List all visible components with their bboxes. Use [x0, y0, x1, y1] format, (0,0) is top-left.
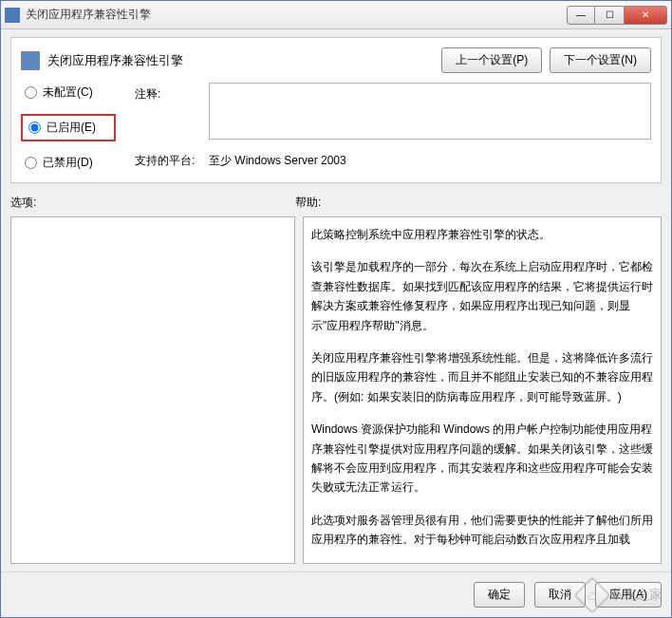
radio-not-configured-label: 未配置(C)	[43, 84, 93, 101]
help-p3: 关闭应用程序兼容性引擎将增强系统性能。但是，这将降低许多流行的旧版应用程序的兼容…	[311, 348, 653, 406]
platform-value: 至少 Windows Server 2003	[209, 149, 651, 169]
options-label: 选项:	[10, 195, 295, 211]
prev-setting-button[interactable]: 上一个设置(P)	[441, 47, 542, 73]
options-panel	[10, 216, 295, 564]
titlebar: 关闭应用程序兼容性引擎 — ☐ ✕	[1, 1, 671, 29]
dialog-window: 关闭应用程序兼容性引擎 — ☐ ✕ 关闭应用程序兼容性引擎 上一个设置(P) 下…	[0, 0, 672, 618]
window-title: 关闭应用程序兼容性引擎	[26, 7, 567, 23]
header-section: 关闭应用程序兼容性引擎 上一个设置(P) 下一个设置(N) 未配置(C) 已启用…	[10, 37, 662, 183]
help-label: 帮助:	[295, 195, 321, 211]
minimize-button[interactable]: —	[567, 6, 595, 25]
apply-button[interactable]: 应用(A)	[595, 582, 662, 608]
comment-label: 注释:	[135, 83, 201, 103]
radio-enabled-input[interactable]	[28, 122, 41, 134]
cancel-button[interactable]: 取消	[534, 582, 586, 608]
radio-disabled[interactable]: 已禁用(D)	[21, 153, 116, 173]
policy-title: 关闭应用程序兼容性引擎	[47, 52, 441, 69]
radio-not-configured[interactable]: 未配置(C)	[21, 83, 116, 103]
radio-disabled-label: 已禁用(D)	[43, 155, 93, 171]
comment-input[interactable]	[209, 83, 651, 140]
help-p5: 此选项对服务器管理员很有用，他们需要更快的性能并了解他们所用应用程序的兼容性。对…	[311, 511, 653, 550]
window-controls: — ☐ ✕	[567, 6, 667, 25]
footer: 确定 取消 应用(A)	[1, 571, 671, 617]
next-setting-button[interactable]: 下一个设置(N)	[550, 47, 651, 73]
radio-enabled-label: 已启用(E)	[47, 120, 96, 136]
content-area: 关闭应用程序兼容性引擎 上一个设置(P) 下一个设置(N) 未配置(C) 已启用…	[1, 29, 671, 571]
window-icon	[5, 8, 20, 23]
radio-not-configured-input[interactable]	[25, 86, 37, 99]
close-button[interactable]: ✕	[624, 6, 667, 25]
help-p1: 此策略控制系统中应用程序兼容性引擎的状态。	[311, 225, 653, 244]
platform-label: 支持的平台:	[135, 149, 201, 169]
help-p2: 该引擎是加载程序的一部分，每次在系统上启动应用程序时，它都检查兼容性数据库。如果…	[311, 257, 653, 335]
radio-enabled[interactable]: 已启用(E)	[21, 114, 116, 141]
state-radio-group: 未配置(C) 已启用(E) 已禁用(D)	[21, 83, 116, 173]
radio-disabled-input[interactable]	[25, 157, 37, 169]
help-p4: Windows 资源保护功能和 Windows 的用户帐户控制功能使用应用程序兼…	[311, 420, 653, 497]
policy-icon	[21, 51, 40, 70]
maximize-button[interactable]: ☐	[595, 6, 624, 25]
help-panel: 此策略控制系统中应用程序兼容性引擎的状态。 该引擎是加载程序的一部分，每次在系统…	[303, 216, 662, 564]
ok-button[interactable]: 确定	[474, 582, 525, 608]
